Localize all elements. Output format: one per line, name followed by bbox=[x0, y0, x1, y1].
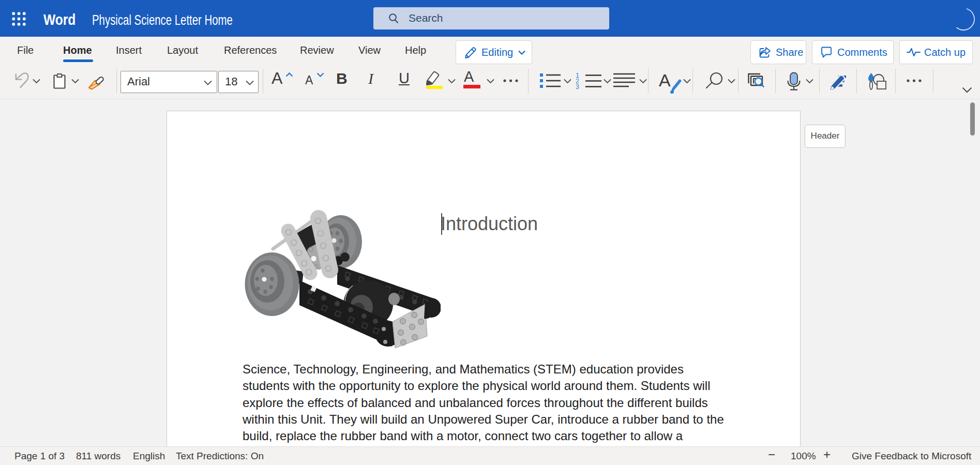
svg-text:3: 3 bbox=[576, 83, 579, 89]
svg-text:A: A bbox=[659, 71, 671, 90]
